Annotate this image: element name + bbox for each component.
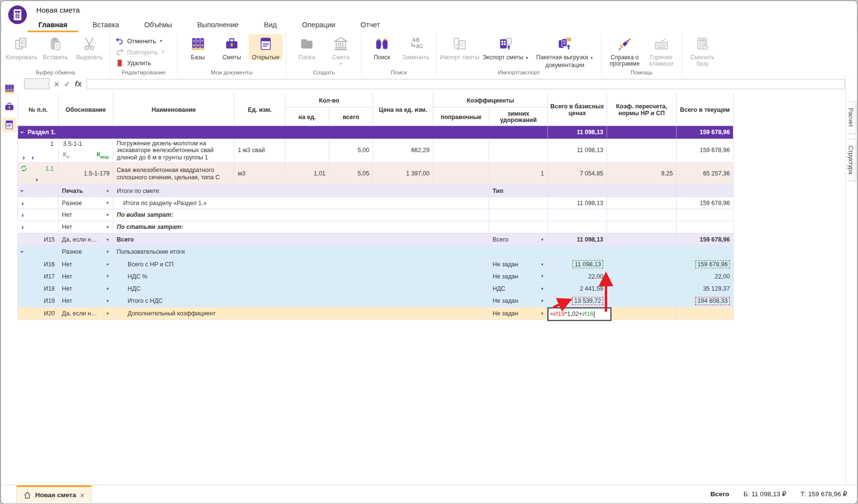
i20-print-dropdown[interactable]: Да, если н…▼ — [62, 310, 109, 317]
tab-insert[interactable]: Вставка — [90, 17, 121, 32]
i17-print-dropdown[interactable]: Нет▼ — [62, 273, 109, 280]
section-totals-row[interactable]: › Разное▼ Итоги по разделу «Раздел 1.» 1… — [18, 197, 733, 209]
row-i20[interactable]: И20 Да, если н…▼ Дополнительный коэффици… — [18, 307, 733, 320]
section-totals-expand-icon[interactable]: › — [21, 199, 24, 207]
item1-unit: 1 м3 свай — [234, 139, 285, 163]
side-tab-structure[interactable]: Структура — [847, 139, 856, 181]
row-i16[interactable]: И16 Нет▼ Всего с НР и СП Не задан▼ 11 09… — [18, 258, 733, 271]
section-row[interactable]: › Раздел 1. 11 098,13 159 678,96 — [18, 126, 733, 139]
delete-button[interactable]: Удалить — [113, 58, 174, 67]
item1-price: 662,29 — [373, 139, 434, 163]
tab-report[interactable]: Отчет — [358, 17, 382, 32]
status-current-total: Т: 159 678,96 ₽ — [801, 490, 847, 498]
item11-expand-icon[interactable]: › — [35, 176, 38, 183]
row-i18[interactable]: И18 Нет▼ НДС НДС▼ 2 441,59 35 129,37 — [18, 283, 733, 295]
i20-type-dropdown[interactable]: Не задан▼ — [492, 310, 544, 317]
i19-type-dropdown[interactable]: Не задан▼ — [492, 297, 544, 305]
i19-total-base: 13 539,72 — [572, 297, 603, 305]
mini-briefcase-icon — [4, 102, 15, 113]
user-totals-label: Пользовательские итоги — [113, 246, 489, 258]
user-totals-row[interactable]: › Разное▼ Пользовательские итоги — [18, 246, 733, 258]
i18-print-dropdown[interactable]: Нет▼ — [62, 285, 109, 293]
col-total-base: Всего в базисных ценах — [548, 93, 607, 126]
app-logo-icon[interactable] — [8, 5, 28, 25]
item1-kind-coefficient[interactable]: Кинд — [97, 151, 108, 160]
building-icon — [332, 35, 350, 52]
about-button[interactable]: Справка опрограмме — [605, 34, 644, 67]
open-documents-button[interactable]: Открытые — [249, 34, 283, 60]
group-help: Справка опрограмме Горячиеклавиши Помощь — [602, 32, 683, 76]
briefcase-icon — [223, 35, 241, 52]
item11-total-cur: 65 257,36 — [677, 163, 734, 185]
by-types-dropdown[interactable]: Нет▼ — [62, 211, 109, 219]
item1-kp-coefficient[interactable]: Кп — [63, 151, 70, 160]
row-i17[interactable]: И17 Нет▼ НДС % Не задан▼ 22,00 22,00 — [18, 271, 733, 283]
mini-open-documents-button[interactable] — [2, 118, 17, 132]
col-basis: Обоснование — [59, 93, 114, 126]
totals-header-row[interactable]: › Печать▼ Итоги по смете: Тип — [18, 185, 733, 197]
i18-type-dropdown[interactable]: НДС▼ — [492, 285, 544, 293]
i16-print-dropdown[interactable]: Нет▼ — [62, 261, 109, 268]
item-row-1-1[interactable]: 1.1 › 1.5-1-179 Свая железобетонная квад… — [18, 163, 733, 185]
tab-execution[interactable]: Выполнение — [195, 17, 241, 32]
section-total-cur: 159 678,96 — [677, 126, 734, 139]
mini-bases-button[interactable] — [2, 82, 17, 96]
document-tab[interactable]: Новая смета × — [17, 486, 91, 503]
dropdown-caret-icon: ▼ — [106, 261, 110, 268]
item11-qty-per: 1,01 — [285, 163, 329, 185]
side-tab-calculation[interactable]: Расчет — [847, 101, 856, 134]
tab-main[interactable]: Главная — [36, 17, 70, 32]
item11-name: Свая железобетонная квадратного сплошног… — [113, 163, 234, 185]
export-estimate-button[interactable]: Экспорт сметы ▼ — [479, 34, 532, 61]
undo-caret-icon[interactable]: ▼ — [159, 39, 163, 43]
collapse-section-icon[interactable]: › — [19, 131, 26, 133]
dropdown-caret-icon: ▼ — [540, 261, 544, 268]
resource-link-icon[interactable] — [20, 165, 28, 174]
tab-view[interactable]: Вид — [262, 17, 279, 32]
section-totals-dropdown[interactable]: Разное▼ — [62, 199, 109, 207]
user-totals-dropdown[interactable]: Разное▼ — [62, 248, 109, 256]
i15-print-dropdown[interactable]: Да, если н…▼ — [62, 236, 109, 243]
by-cost-articles-row[interactable]: › Нет▼ По статьям затрат: — [18, 221, 733, 233]
item1-expand-icon[interactable]: › — [22, 154, 25, 161]
mini-estimates-button[interactable] — [2, 100, 17, 114]
cancel-icon[interactable]: × — [54, 80, 59, 88]
total-row-i15[interactable]: И15 Да, если н…▼ Всего Всего▼ 11 098,13 … — [18, 233, 733, 246]
hotkeys-button: Горячиеклавиши — [644, 34, 678, 67]
check-icon[interactable]: ✓ — [64, 80, 70, 87]
search-button[interactable]: Поиск — [365, 34, 399, 60]
dropdown-caret-icon: ▼ — [540, 285, 544, 293]
totals-collapse-icon[interactable]: › — [19, 190, 26, 192]
row-i19[interactable]: И19 Нет▼ Итого с НДС Не задан▼ 13 539,72… — [18, 295, 733, 308]
by-types-expand-icon[interactable]: › — [21, 211, 24, 219]
totals-print-dropdown[interactable]: Печать▼ — [62, 187, 109, 194]
i19-id: И19 — [18, 295, 58, 308]
group-change-base: Сменитьбазу — [682, 32, 722, 76]
i18-total-base: 2 441,59 — [548, 283, 607, 295]
cell-reference-input[interactable] — [24, 78, 50, 89]
dropdown-caret-icon: ▼ — [106, 236, 110, 243]
bases-button[interactable]: Базы — [181, 34, 215, 60]
section-total-base: 11 098,13 — [548, 126, 607, 139]
tab-operations[interactable]: Операции — [300, 17, 338, 32]
item1-expand2-icon[interactable]: › — [32, 154, 34, 161]
item1-total-base: 11 098,13 — [548, 139, 607, 163]
by-articles-expand-icon[interactable]: › — [21, 224, 24, 231]
i17-type-dropdown[interactable]: Не задан▼ — [492, 273, 544, 280]
batch-export-button[interactable]: Пакетная выгрузка ▼документации — [532, 34, 597, 68]
by-cost-types-row[interactable]: › Нет▼ По видам затрат: — [18, 209, 733, 222]
document-tab-close-icon[interactable]: × — [80, 491, 84, 499]
estimates-button[interactable]: Сметы — [215, 34, 249, 60]
by-articles-dropdown[interactable]: Нет▼ — [62, 224, 109, 231]
i19-print-dropdown[interactable]: Нет▼ — [62, 297, 109, 305]
i16-type-dropdown[interactable]: Не задан▼ — [492, 261, 544, 268]
i15-type-dropdown[interactable]: Всего▼ — [492, 236, 544, 243]
tab-volumes[interactable]: Объёмы — [142, 17, 174, 32]
item-row-1[interactable]: 1 › › 3.5-1-1 Кп Кинд Погружение дизель-… — [18, 139, 733, 163]
formula-input[interactable] — [87, 79, 845, 89]
formula-edit-cell[interactable]: =И19*1,02+И16 — [547, 307, 612, 321]
estimate-table: № п.п. Обоснование Наименование Ед. изм.… — [18, 93, 733, 320]
undo-button[interactable]: Отменить ▼ — [113, 36, 174, 45]
import-estimate-button: Импорт сметы — [440, 34, 479, 60]
user-totals-collapse-icon[interactable]: › — [19, 250, 26, 253]
